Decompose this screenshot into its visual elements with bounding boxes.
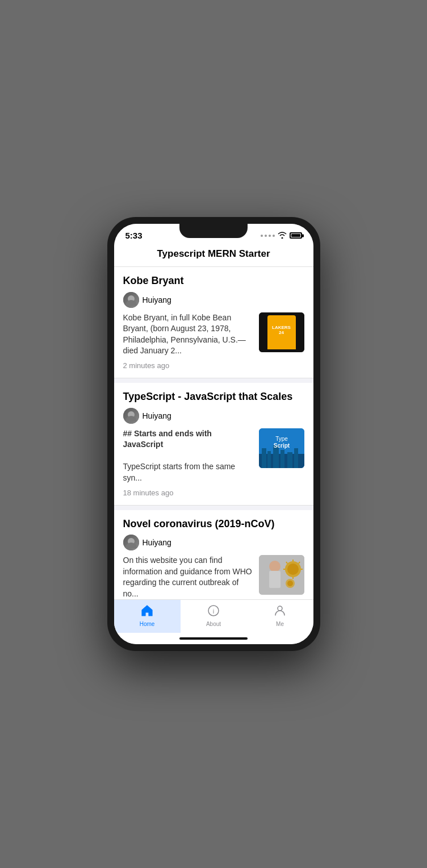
svg-point-4	[276, 316, 287, 327]
svg-rect-11	[287, 452, 292, 468]
svg-rect-7	[262, 448, 266, 468]
home-indicator	[179, 637, 248, 640]
tab-about-label: About	[206, 621, 221, 627]
avatar	[123, 292, 139, 308]
article-title: TypeScript - JavaScript that Scales	[123, 391, 304, 403]
notch	[179, 224, 248, 238]
svg-rect-17	[269, 571, 281, 588]
status-icons	[261, 231, 302, 240]
svg-text:Type: Type	[275, 436, 288, 442]
tab-home[interactable]: Home	[114, 600, 181, 633]
phone-frame: 5:33 Typescript MERN Starte	[107, 217, 320, 651]
battery-icon	[290, 232, 302, 239]
article-card-covid[interactable]: Novel coronavirus (2019-nCoV) Huiyang On…	[114, 510, 313, 599]
svg-point-43	[278, 606, 282, 611]
svg-rect-10	[281, 450, 284, 468]
article-text: ## Starts and ends with JavaScript TypeS…	[123, 428, 253, 484]
tab-about[interactable]: i About	[181, 600, 247, 633]
svg-rect-8	[267, 451, 271, 468]
signal-icon	[261, 235, 275, 237]
article-title: Novel coronavirus (2019-nCoV)	[123, 518, 304, 531]
article-card-typescript[interactable]: TypeScript - JavaScript that Scales Huiy…	[114, 383, 313, 506]
avatar	[123, 408, 139, 424]
svg-rect-1	[270, 317, 293, 348]
content-scroll[interactable]: Kobe Bryant Huiyang Kobe Bryant, in full…	[114, 267, 313, 599]
author-row: Huiyang	[123, 292, 304, 308]
phone-screen: 5:33 Typescript MERN Starte	[114, 224, 313, 644]
article-title: Kobe Bryant	[123, 275, 304, 287]
tab-me-label: Me	[276, 621, 284, 627]
article-image-typescript: Type Script	[259, 428, 304, 468]
tab-home-label: Home	[140, 621, 155, 627]
article-time: 2 minutes ago	[123, 361, 304, 370]
article-time: 18 minutes ago	[123, 489, 304, 497]
author-row: Huiyang	[123, 408, 304, 424]
svg-rect-0	[259, 312, 304, 352]
svg-rect-12	[294, 448, 298, 468]
article-body-row: On this website you can find information…	[123, 555, 304, 599]
tab-me[interactable]: Me	[247, 600, 313, 633]
status-time: 5:33	[125, 231, 143, 240]
svg-point-16	[269, 561, 281, 572]
svg-point-27	[287, 581, 293, 586]
svg-text:Script: Script	[273, 443, 290, 449]
author-row: Huiyang	[123, 535, 304, 550]
article-image-covid	[259, 555, 304, 595]
wifi-icon	[278, 231, 287, 240]
article-body-row: ## Starts and ends with JavaScript TypeS…	[123, 428, 304, 484]
article-image-kobe: LAKERS 24	[259, 312, 304, 352]
svg-point-19	[287, 564, 299, 575]
author-name: Huiyang	[143, 538, 171, 547]
tab-bar: Home i About Me	[114, 599, 313, 633]
nav-header: Typescript MERN Starter	[114, 243, 313, 267]
svg-text:LAKERS: LAKERS	[272, 327, 291, 332]
info-icon: i	[207, 604, 220, 619]
person-icon	[274, 604, 286, 619]
article-text: On this website you can find information…	[123, 555, 253, 599]
avatar	[123, 535, 139, 550]
article-text: Kobe Bryant, in full Kobe Bean Bryant, (…	[123, 312, 253, 357]
article-body-row: Kobe Bryant, in full Kobe Bean Bryant, (…	[123, 312, 304, 357]
svg-text:i: i	[213, 608, 214, 615]
app-title: Typescript MERN Starter	[157, 248, 270, 259]
author-name: Huiyang	[143, 411, 171, 420]
bottom-bar	[114, 633, 313, 644]
author-name: Huiyang	[143, 295, 171, 304]
svg-rect-9	[273, 445, 279, 468]
home-icon	[141, 604, 153, 619]
article-card-kobe[interactable]: Kobe Bryant Huiyang Kobe Bryant, in full…	[114, 267, 313, 378]
svg-text:24: 24	[278, 332, 286, 340]
